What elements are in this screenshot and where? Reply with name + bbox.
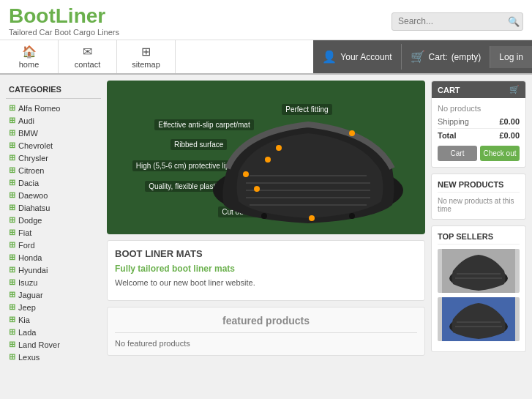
sidebar-item-land-rover[interactable]: ⊞Land Rover [6, 338, 101, 351]
nav-contact[interactable]: ✉ contact [59, 40, 117, 73]
seller-item-1 [438, 249, 520, 293]
navbar: 🏠 home ✉ contact ⊞ sitemap 👤 Your Accoun… [0, 40, 532, 75]
cart-widget-icon: 🛒 [509, 85, 520, 94]
sidebar-item-chrysler[interactable]: ⊞Chrysler [6, 152, 101, 164]
category-plus-icon: ⊞ [9, 228, 15, 237]
svg-point-13 [309, 215, 315, 221]
category-label: Audi [18, 116, 34, 125]
sidebar-item-isuzu[interactable]: ⊞Isuzu [6, 276, 101, 288]
category-label: Hyundai [18, 266, 48, 275]
category-plus-icon: ⊞ [9, 277, 15, 287]
nav-sitemap[interactable]: ⊞ sitemap [117, 40, 176, 73]
seller-thumb-1 [438, 249, 520, 293]
cart-status: (empty) [452, 52, 482, 62]
sidebar-item-lada[interactable]: ⊞Lada [6, 326, 101, 338]
sidebar-item-jaguar[interactable]: ⊞Jaguar [6, 288, 101, 301]
nav-home[interactable]: 🏠 home [0, 40, 59, 73]
seller-product-svg-1 [438, 249, 520, 293]
account-button[interactable]: 👤 Your Account [313, 44, 400, 70]
top-sellers-title: TOP SELLERS [438, 232, 520, 245]
category-plus-icon: ⊞ [9, 352, 15, 362]
category-plus-icon: ⊞ [9, 141, 15, 150]
cart-button[interactable]: 🛒 Cart: (empty) [401, 44, 490, 70]
account-label: Your Account [340, 52, 391, 62]
sidebar-item-fiat[interactable]: ⊞Fiat [6, 226, 101, 239]
category-plus-icon: ⊞ [9, 103, 15, 113]
svg-point-10 [265, 157, 271, 163]
sidebar-item-dodge[interactable]: ⊞Dodge [6, 214, 101, 226]
sidebar-item-alfa-romeo[interactable]: ⊞Alfa Romeo [6, 102, 101, 114]
search-box[interactable]: 🔍 [391, 12, 523, 31]
category-label: Land Rover [18, 340, 60, 349]
cart-total-value: £0.00 [499, 131, 520, 140]
svg-point-11 [243, 171, 249, 177]
search-button[interactable]: 🔍 [508, 16, 520, 27]
content-area: Perfect fittingEffective anti-slip carpe… [107, 81, 425, 363]
login-button[interactable]: Log in [490, 46, 532, 68]
categories-title: CATEGORIES [6, 81, 101, 99]
category-plus-icon: ⊞ [9, 165, 15, 175]
category-label: Chevrolet [18, 141, 53, 150]
sidebar-item-bmw[interactable]: ⊞BMW [6, 127, 101, 139]
sidebar-item-audi[interactable]: ⊞Audi [6, 114, 101, 127]
sidebar-item-hyundai[interactable]: ⊞Hyundai [6, 264, 101, 276]
svg-point-7 [349, 213, 355, 219]
content-text: BOOT LINER MATS Fully tailored boot line… [107, 240, 425, 301]
search-input[interactable] [398, 16, 508, 26]
mat-svg [206, 110, 411, 227]
category-plus-icon: ⊞ [9, 253, 15, 262]
svg-point-6 [261, 213, 267, 219]
sidebar-item-citroen[interactable]: ⊞Citroen [6, 164, 101, 176]
category-plus-icon: ⊞ [9, 327, 15, 337]
category-label: Dacia [18, 179, 39, 187]
logo: BootLiner [9, 6, 119, 26]
featured-divider [115, 332, 417, 333]
cart-shipping-label: Shipping [438, 117, 469, 126]
logo-second: Liner [56, 4, 105, 27]
category-label: Daewoo [18, 191, 48, 200]
category-label: Alfa Romeo [18, 104, 60, 113]
content-intro: Welcome to our new boot liner website. [115, 278, 417, 287]
category-plus-icon: ⊞ [9, 302, 15, 312]
category-plus-icon: ⊞ [9, 265, 15, 275]
category-plus-icon: ⊞ [9, 190, 15, 200]
new-products-title: NEW PRODUCTS [438, 180, 520, 193]
hero-banner: Perfect fittingEffective anti-slip carpe… [107, 81, 425, 234]
cart-widget: CART 🛒 No products Shipping £0.00 Total … [431, 81, 526, 168]
category-plus-icon: ⊞ [9, 128, 15, 138]
sidebar-item-daewoo[interactable]: ⊞Daewoo [6, 189, 101, 201]
category-label: Jeep [18, 303, 36, 312]
cart-widget-header: CART 🛒 [432, 81, 525, 98]
sidebar-item-diahatsu[interactable]: ⊞Diahatsu [6, 201, 101, 214]
cart-shipping-row: Shipping £0.00 [438, 117, 520, 126]
checkout-button[interactable]: Check out [480, 146, 520, 161]
nav-sitemap-label: sitemap [132, 60, 160, 69]
account-cart-area: 👤 Your Account 🛒 Cart: (empty) Log in [313, 40, 532, 73]
sidebar-item-jeep[interactable]: ⊞Jeep [6, 301, 101, 313]
svg-point-12 [254, 186, 260, 192]
content-subtitle: Fully tailored boot liner mats [115, 264, 417, 274]
sidebar-item-kia[interactable]: ⊞Kia [6, 313, 101, 326]
sidebar-item-dacia[interactable]: ⊞Dacia [6, 176, 101, 189]
new-products-widget: NEW PRODUCTS No new products at this tim… [431, 174, 526, 220]
category-plus-icon: ⊞ [9, 203, 15, 212]
svg-point-9 [276, 145, 282, 151]
hero-mat-image [206, 110, 411, 227]
category-label: Chrysler [18, 154, 48, 163]
category-label: Citroen [18, 166, 44, 175]
sidebar-item-honda[interactable]: ⊞Honda [6, 251, 101, 264]
sitemap-icon: ⊞ [141, 45, 151, 59]
category-plus-icon: ⊞ [9, 178, 15, 187]
cart-label: Cart: [429, 52, 448, 62]
sidebar-item-chevrolet[interactable]: ⊞Chevrolet [6, 139, 101, 152]
header: BootLiner Tailored Car Boot Cargo Liners… [0, 0, 532, 40]
sidebar-item-lexus[interactable]: ⊞Lexus [6, 351, 101, 363]
cart-widget-body: No products Shipping £0.00 Total £0.00 C… [432, 98, 525, 167]
cart-icon: 🛒 [411, 50, 425, 64]
right-sidebar: CART 🛒 No products Shipping £0.00 Total … [431, 81, 526, 363]
cart-go-button[interactable]: Cart [438, 146, 477, 161]
account-icon: 👤 [322, 50, 337, 64]
sidebar-item-ford[interactable]: ⊞Ford [6, 239, 101, 251]
category-plus-icon: ⊞ [9, 215, 15, 225]
logo-area: BootLiner Tailored Car Boot Cargo Liners [9, 6, 119, 37]
